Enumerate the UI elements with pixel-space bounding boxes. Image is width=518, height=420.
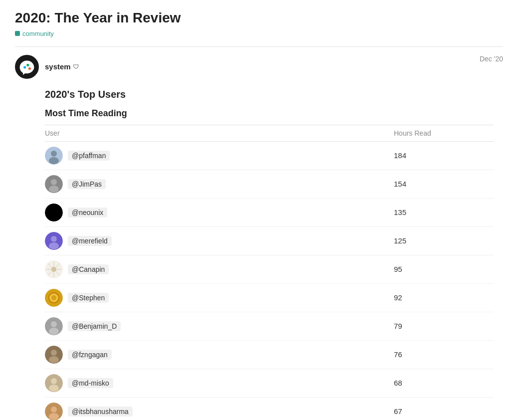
- table-header: User Hours Read: [45, 125, 494, 142]
- user-avatar: [45, 289, 63, 307]
- user-avatar: [45, 260, 63, 278]
- svg-point-2: [26, 63, 29, 66]
- username-badge[interactable]: @Benjamin_D: [68, 321, 121, 331]
- user-avatar: [45, 317, 63, 335]
- user-avatar: [45, 403, 63, 420]
- svg-point-6: [49, 157, 59, 164]
- user-cell: @pfaffman: [45, 147, 394, 165]
- svg-point-25: [49, 328, 59, 335]
- table-row: @Canapin 95: [45, 255, 494, 284]
- post-date: Dec '20: [480, 55, 503, 63]
- user-avatar: [45, 232, 63, 250]
- hours-cell: 154: [394, 180, 494, 188]
- svg-point-13: [49, 242, 59, 249]
- author-avatar: [15, 55, 39, 79]
- user-cell: @Stephen: [45, 289, 394, 307]
- svg-point-9: [49, 186, 59, 193]
- svg-point-27: [51, 350, 57, 356]
- user-avatar: [45, 346, 63, 364]
- author-username: system: [45, 62, 71, 71]
- section-title: 2020's Top Users: [45, 89, 503, 100]
- table-row: @neounix 135: [45, 199, 494, 227]
- hours-cell: 79: [394, 322, 494, 330]
- post-header: system 🛡 Dec '20: [15, 55, 503, 79]
- author-info: system 🛡: [45, 62, 79, 71]
- svg-point-31: [49, 385, 59, 392]
- hours-cell: 125: [394, 236, 494, 245]
- user-avatar: [45, 175, 63, 193]
- username-badge[interactable]: @JimPas: [68, 179, 106, 189]
- svg-point-33: [51, 407, 57, 413]
- username-badge[interactable]: @neounix: [68, 208, 107, 217]
- table-row: @fzngagan 76: [45, 341, 494, 369]
- table-row: @Stephen 92: [45, 284, 494, 312]
- col-header-user: User: [45, 129, 394, 137]
- user-avatar: [45, 204, 63, 221]
- table-row: @pfaffman 184: [45, 142, 494, 170]
- user-avatar: [45, 147, 63, 165]
- username-badge[interactable]: @Stephen: [68, 293, 109, 303]
- user-cell: @JimPas: [45, 175, 394, 193]
- svg-point-24: [51, 321, 57, 327]
- shield-icon: 🛡: [73, 63, 79, 70]
- svg-point-8: [51, 179, 57, 185]
- svg-point-22: [51, 295, 56, 300]
- username-badge[interactable]: @pfaffman: [68, 151, 110, 161]
- svg-point-12: [51, 236, 57, 242]
- hours-cell: 95: [394, 265, 494, 273]
- user-cell: @neounix: [45, 204, 394, 221]
- hours-cell: 76: [394, 350, 494, 359]
- username-badge[interactable]: @Canapin: [68, 264, 109, 274]
- svg-point-1: [23, 66, 26, 68]
- svg-point-30: [51, 378, 57, 384]
- content-area: 2020's Top Users Most Time Reading User …: [45, 89, 503, 420]
- hours-cell: 92: [394, 293, 494, 302]
- category-dot: [15, 31, 20, 36]
- reading-table: User Hours Read @pfaffman 184 @JimPas 15…: [45, 125, 494, 420]
- user-cell: @merefield: [45, 232, 394, 250]
- username-badge[interactable]: @itsbhanusharma: [68, 407, 133, 417]
- author-name-row: system 🛡: [45, 62, 79, 71]
- svg-point-19: [51, 267, 56, 272]
- svg-point-3: [28, 67, 31, 70]
- table-row: @JimPas 154: [45, 170, 494, 199]
- page-title: 2020: The Year in Review: [15, 10, 503, 26]
- user-cell: @Benjamin_D: [45, 317, 394, 335]
- subsection-title: Most Time Reading: [45, 108, 503, 119]
- username-badge[interactable]: @fzngagan: [68, 350, 112, 360]
- username-badge[interactable]: @md-misko: [68, 378, 113, 388]
- hours-cell: 67: [394, 407, 494, 416]
- table-row: @md-misko 68: [45, 369, 494, 398]
- hours-cell: 68: [394, 379, 494, 387]
- table-body: @pfaffman 184 @JimPas 154 @neounix 135: [45, 142, 494, 420]
- table-row: @Benjamin_D 79: [45, 312, 494, 341]
- user-cell: @fzngagan: [45, 346, 394, 364]
- category-tag[interactable]: community: [15, 30, 54, 37]
- category-label: community: [22, 30, 54, 37]
- table-row: @itsbhanusharma 67: [45, 398, 494, 420]
- post-author: system 🛡: [15, 55, 79, 79]
- user-cell: @md-misko: [45, 374, 394, 392]
- hours-cell: 184: [394, 151, 494, 160]
- user-avatar: [45, 374, 63, 392]
- svg-point-34: [49, 413, 59, 420]
- hours-cell: 135: [394, 208, 494, 216]
- divider: [15, 46, 503, 47]
- svg-point-10: [45, 204, 63, 221]
- svg-point-5: [51, 151, 57, 157]
- username-badge[interactable]: @merefield: [68, 236, 112, 246]
- user-cell: @Canapin: [45, 260, 394, 278]
- svg-point-28: [49, 356, 59, 363]
- table-row: @merefield 125: [45, 227, 494, 255]
- col-header-hours: Hours Read: [394, 129, 494, 137]
- user-cell: @itsbhanusharma: [45, 403, 394, 420]
